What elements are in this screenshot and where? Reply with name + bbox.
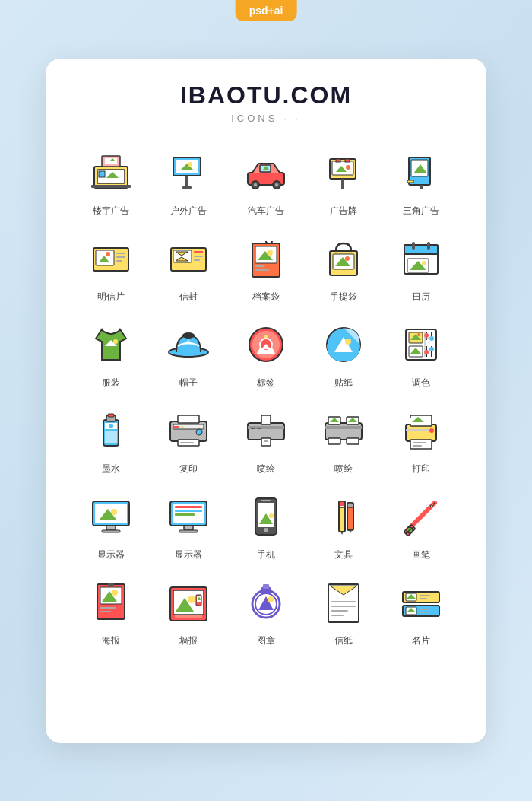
svg-point-148 [269, 513, 274, 518]
icon-label-calendar: 日历 [412, 291, 430, 304]
svg-rect-122 [347, 438, 359, 444]
card-header: IBAOTU.COM ICONS · · [76, 81, 456, 124]
icon-label-spray1: 喷绘 [257, 462, 275, 475]
svg-rect-112 [264, 440, 268, 442]
svg-point-56 [345, 256, 350, 261]
icon-file-bag: 档案袋 [231, 233, 301, 304]
icon-poster: 海报 [76, 577, 146, 647]
svg-point-36 [106, 252, 110, 256]
svg-rect-51 [255, 265, 264, 267]
svg-rect-39 [116, 260, 122, 262]
svg-rect-166 [100, 607, 116, 609]
icon-wall-poster: 墙报 [154, 577, 223, 647]
icon-stamp: 图章 [231, 577, 301, 647]
icon-clothing: 服装 [76, 319, 146, 389]
icon-label-print: 打印 [412, 462, 430, 475]
icon-label-car-ad: 汽车广告 [248, 205, 284, 218]
svg-point-98 [109, 424, 113, 428]
svg-point-107 [196, 429, 202, 435]
svg-rect-12 [185, 176, 188, 188]
svg-rect-141 [175, 510, 202, 512]
icon-label-brush: 画笔 [412, 548, 430, 561]
svg-rect-27 [345, 159, 350, 162]
icon-billboard: 广告牌 [309, 147, 378, 218]
svg-rect-157 [340, 506, 344, 507]
svg-point-11 [188, 162, 192, 167]
site-title: IBAOTU.COM [76, 81, 456, 110]
icon-sticker: 贴纸 [309, 319, 378, 389]
svg-rect-137 [102, 530, 120, 532]
icon-label-sticker: 贴纸 [334, 377, 353, 389]
icon-brush: 画笔 [386, 491, 456, 561]
icon-phone: 手机 [231, 491, 301, 561]
svg-point-165 [112, 590, 118, 596]
icon-label-ink: 墨水 [102, 462, 120, 475]
svg-rect-25 [341, 179, 344, 189]
svg-rect-44 [194, 251, 203, 253]
icon-calendar: 日历 [386, 233, 456, 304]
svg-rect-116 [325, 426, 362, 429]
icon-color-adjust: 调色 [386, 319, 456, 389]
svg-rect-185 [331, 601, 356, 602]
icon-ink: 墨水 [76, 405, 146, 475]
svg-point-91 [429, 347, 434, 351]
svg-rect-144 [179, 530, 198, 532]
svg-rect-115 [325, 423, 362, 440]
svg-rect-4 [91, 185, 131, 188]
svg-rect-59 [412, 242, 415, 250]
svg-rect-102 [173, 426, 179, 428]
main-card: IBAOTU.COM ICONS · · 楼宇广告 [46, 59, 486, 743]
icon-label-handbag: 手提袋 [330, 291, 357, 304]
icon-spray2: 喷绘 [309, 405, 378, 475]
icon-envelope: 信封 [154, 233, 223, 304]
svg-rect-127 [413, 445, 422, 447]
svg-point-149 [264, 528, 268, 532]
svg-rect-193 [420, 598, 427, 599]
icon-label-letter-paper: 信纸 [334, 634, 353, 647]
svg-rect-142 [175, 513, 195, 516]
format-badge: psd+ai [236, 0, 297, 21]
svg-point-63 [422, 261, 426, 265]
svg-rect-121 [328, 438, 340, 444]
icon-print: 打印 [386, 405, 456, 475]
svg-rect-106 [180, 442, 194, 443]
icon-triangle-ad: 三角广告 [386, 147, 456, 218]
icon-label-clothing: 服装 [102, 377, 120, 389]
svg-rect-60 [427, 242, 430, 250]
icon-label-phone: 手机 [257, 548, 275, 561]
svg-rect-188 [331, 615, 344, 616]
svg-rect-37 [116, 253, 125, 254]
icon-tag: 标签 [231, 319, 301, 389]
icon-label-copy: 复印 [179, 462, 198, 475]
svg-rect-46 [194, 259, 200, 261]
svg-rect-140 [175, 506, 202, 508]
icon-monitor2: 显示器 [154, 491, 223, 561]
svg-rect-182 [263, 584, 269, 589]
svg-rect-125 [410, 440, 432, 449]
svg-rect-155 [347, 503, 353, 507]
icon-letter-paper: 信纸 [309, 577, 378, 647]
svg-point-172 [188, 596, 195, 603]
icon-label-stamp: 图章 [257, 634, 275, 647]
svg-rect-103 [181, 426, 184, 428]
svg-rect-58 [404, 245, 438, 254]
svg-rect-38 [116, 256, 125, 258]
svg-point-20 [275, 183, 278, 186]
svg-rect-150 [261, 500, 271, 501]
icon-label-wall-poster: 墙报 [179, 634, 198, 647]
svg-rect-31 [420, 185, 423, 189]
icon-label-color-adjust: 调色 [412, 377, 430, 389]
icon-label-stationery: 文具 [334, 548, 353, 561]
icon-label-postcard: 明信片 [97, 291, 125, 304]
icon-label-poster: 海报 [102, 634, 120, 647]
svg-rect-173 [175, 615, 202, 618]
icon-handbag: 手提袋 [309, 233, 378, 304]
svg-rect-192 [420, 595, 430, 596]
svg-rect-32 [407, 180, 413, 183]
svg-rect-108 [248, 423, 284, 440]
svg-point-180 [268, 596, 274, 602]
svg-rect-198 [420, 612, 427, 613]
svg-rect-131 [406, 429, 429, 431]
svg-rect-110 [261, 415, 271, 424]
icon-stationery: 文具 [309, 491, 378, 561]
